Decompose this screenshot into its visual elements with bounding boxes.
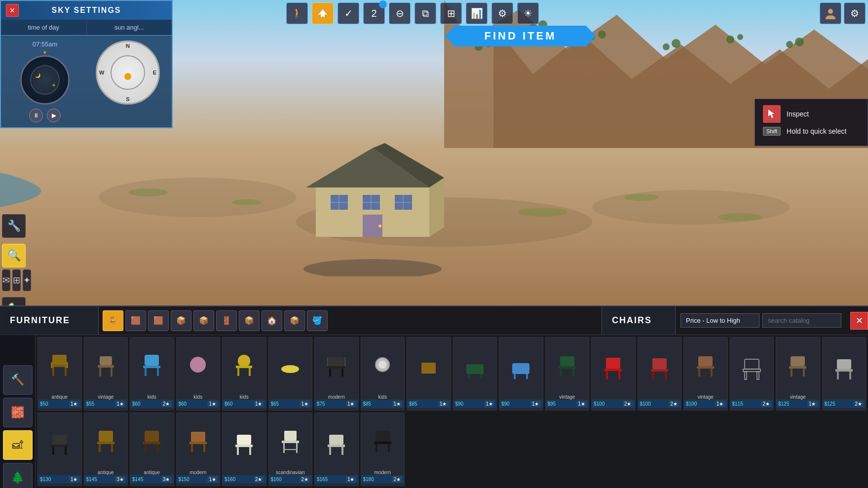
search-catalog-input[interactable] <box>762 313 841 328</box>
price-bar: $100 1★ <box>684 400 727 408</box>
item-round-yellow[interactable]: $65 1★ <box>268 337 313 411</box>
profile-button[interactable] <box>820 2 841 24</box>
item-antique-145b[interactable]: antique $145 3★ <box>130 413 174 486</box>
top-right-toolbar: ⚙ <box>820 2 866 24</box>
cat-side-wall[interactable]: 🧱 <box>3 398 33 427</box>
svg-rect-87 <box>652 372 654 379</box>
find-item-banner: FIND ITEM <box>173 24 868 48</box>
sky-settings-body: 07:55am ▼ 🌙 ☀ ⏸ ▶ <box>1 36 172 127</box>
svg-rect-45 <box>65 367 67 376</box>
svg-rect-101 <box>837 359 851 369</box>
svg-point-21 <box>718 213 762 221</box>
price-bar: $100 2★ <box>592 400 635 408</box>
item-antique-chair[interactable]: antique $50 1★ <box>38 337 82 411</box>
cat-icon-5[interactable]: 🚪 <box>216 310 237 331</box>
chart-button[interactable]: 📊 <box>466 2 488 24</box>
sparkle-tool[interactable]: ✦ <box>23 269 31 291</box>
play-button[interactable]: ▶ <box>47 109 61 122</box>
item-red-chair[interactable]: $100 2★ <box>591 337 636 411</box>
svg-point-69 <box>378 361 386 369</box>
item-kids-blue[interactable]: kids $60 2★ <box>130 337 174 411</box>
item-vintage-brown[interactable]: vintage $100 1★ <box>683 337 728 411</box>
compass-n: N <box>126 43 130 49</box>
svg-rect-51 <box>111 368 113 376</box>
item-price: $65 <box>271 401 279 407</box>
minus-button[interactable]: ⊖ <box>389 2 411 24</box>
cat-icon-chair-active[interactable]: 🪑 <box>103 310 123 331</box>
check-mode-button[interactable]: ✓ <box>338 2 359 24</box>
time-dial[interactable]: 🌙 ☀ <box>20 55 70 105</box>
svg-point-19 <box>518 208 567 217</box>
svg-text:☀: ☀ <box>52 83 56 88</box>
compass-inner <box>111 55 145 90</box>
cat-side-hammer[interactable]: 🔨 <box>3 365 33 395</box>
item-vintage-chair[interactable]: vintage $55 1★ <box>84 337 128 411</box>
item-image <box>269 338 312 400</box>
price-bar: $95 1★ <box>546 400 589 408</box>
item-kids-yellow[interactable]: kids $60 1★ <box>222 337 266 411</box>
blocks-tool[interactable]: ⊞ <box>12 269 21 291</box>
bottom-panel: FURNITURE 🪑 🟫 🟫 📦 📦 🚪 📦 🏠 📦 🪣 CHAIRS ✕ 🔨 <box>0 305 868 488</box>
sun-button[interactable]: ☀ <box>517 2 539 24</box>
item-light-160[interactable]: $160 2★ <box>222 413 266 486</box>
workers-button[interactable]: ⚙ <box>491 2 513 24</box>
svg-rect-134 <box>376 431 390 442</box>
item-label: modern <box>374 470 391 475</box>
close-panel-button[interactable]: ✕ <box>850 312 868 330</box>
grid-button[interactable]: ⊞ <box>440 2 462 24</box>
item-price: $85 <box>363 401 372 407</box>
cat-icon-7[interactable]: 🏠 <box>262 310 282 331</box>
cat-icon-2[interactable]: 🟫 <box>148 310 169 331</box>
svg-rect-114 <box>143 442 160 444</box>
price-bar: $90 1★ <box>499 400 543 408</box>
item-price: $130 <box>40 477 51 482</box>
item-scandi-160[interactable]: scandinavian $160 2★ <box>268 413 313 486</box>
item-green-ottoman[interactable]: $90 1★ <box>453 337 497 411</box>
dial-inner: 🌙 ☀ <box>30 65 60 95</box>
cat-side-tree[interactable]: 🌲 <box>3 463 33 488</box>
svg-rect-76 <box>526 374 528 379</box>
search-tool[interactable]: 🔍 <box>2 244 26 267</box>
item-modern-180[interactable]: modern $180 2★ <box>361 413 405 486</box>
cat-icon-8[interactable]: 📦 <box>284 310 305 331</box>
tab-time-of-day[interactable]: time of day <box>1 20 87 35</box>
counter-button[interactable]: 2 <box>363 2 385 24</box>
sort-input[interactable] <box>680 313 759 328</box>
settings-button[interactable]: ⚙ <box>844 2 866 24</box>
item-gray-125[interactable]: $125 2★ <box>822 337 867 411</box>
cat-icon-3[interactable]: 📦 <box>171 310 191 331</box>
close-button[interactable]: ✕ <box>6 4 19 17</box>
item-vintage-dark-green[interactable]: vintage $95 1★ <box>545 337 590 411</box>
item-wireframe[interactable]: $115 2★ <box>730 337 774 411</box>
star-count: 1★ <box>484 401 494 407</box>
cat-icon-6[interactable]: 📦 <box>239 310 260 331</box>
item-brown-square[interactable]: $85 1★ <box>407 337 451 411</box>
time-dial-section: 07:55am ▼ 🌙 ☀ ⏸ ▶ <box>6 40 84 122</box>
cat-side-furniture[interactable]: 🛋 <box>3 430 33 460</box>
sun-position-dot <box>124 73 131 80</box>
item-light-165[interactable]: $165 1★ <box>314 413 359 486</box>
item-modern-150[interactable]: modern $150 1★ <box>176 413 221 486</box>
tab-sun-angle[interactable]: sun angl... <box>87 20 172 35</box>
item-blue-ottoman[interactable]: $90 1★ <box>499 337 543 411</box>
item-kids-gray[interactable]: kids $85 1★ <box>361 337 405 411</box>
item-modern-dark[interactable]: modern $75 1★ <box>314 337 359 411</box>
item-vintage-125[interactable]: vintage $125 1★ <box>776 337 820 411</box>
layers-button[interactable]: ⧉ <box>415 2 436 24</box>
cat-icon-1[interactable]: 🟫 <box>125 310 146 331</box>
mail-tool[interactable]: ✉ <box>2 269 10 291</box>
walk-mode-button[interactable]: 🚶 <box>286 2 308 24</box>
wrench-tool[interactable]: 🔧 <box>2 214 26 238</box>
cat-icon-9[interactable]: 🪣 <box>307 310 328 331</box>
fly-mode-button[interactable] <box>312 2 334 24</box>
sky-tabs: time of day sun angl... <box>1 20 172 36</box>
item-black-130[interactable]: $130 1★ <box>38 413 82 486</box>
item-kids-pink[interactable]: kids $60 1★ <box>176 337 221 411</box>
cat-icon-4[interactable]: 📦 <box>193 310 214 331</box>
svg-rect-75 <box>514 374 516 379</box>
item-red-2[interactable]: $100 2★ <box>638 337 682 411</box>
pause-button[interactable]: ⏸ <box>29 109 43 122</box>
item-label: modern <box>189 470 206 475</box>
item-antique-145[interactable]: antique $145 3★ <box>84 413 128 486</box>
compass-dial[interactable]: N S E W <box>96 40 160 105</box>
